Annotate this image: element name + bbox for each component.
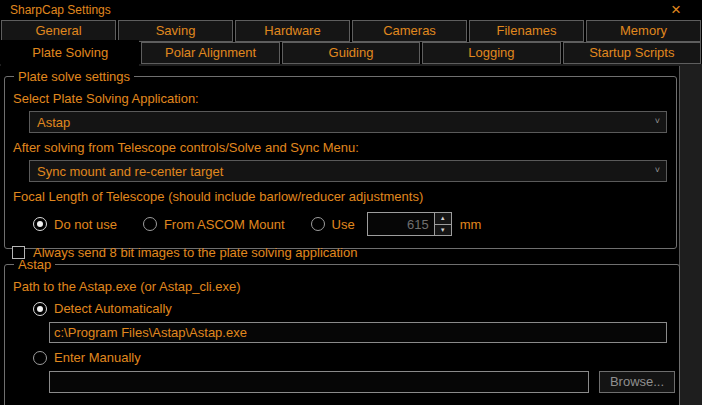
spin-up-icon[interactable]: ▲ [435, 213, 451, 225]
focal-length-options: Do not use From ASCOM Mount Use ▲ ▼ mm [33, 212, 672, 236]
group-title: Plate solve settings [14, 69, 134, 84]
tab-filenames[interactable]: Filenames [469, 20, 584, 42]
radio-do-not-use[interactable]: Do not use [33, 217, 117, 232]
app-select-label: Select Plate Solving Application: [13, 91, 672, 106]
radio-icon [33, 351, 47, 365]
window-title: SharpCap Settings [0, 3, 111, 17]
radio-from-ascom-mount[interactable]: From ASCOM Mount [143, 217, 285, 232]
tab-general[interactable]: General [1, 20, 116, 42]
radio-icon [33, 217, 47, 231]
spin-down-icon[interactable]: ▼ [435, 225, 451, 236]
radio-use[interactable]: Use [311, 217, 355, 232]
radio-icon [311, 217, 325, 231]
close-icon[interactable]: × [666, 0, 686, 20]
tab-row-2: Plate Solving Polar Alignment Guiding Lo… [0, 42, 702, 64]
tab-startup-scripts[interactable]: Startup Scripts [563, 42, 701, 64]
after-solving-dropdown[interactable]: Sync mount and re-center target ˅ [29, 160, 667, 182]
title-bar: SharpCap Settings × [0, 0, 702, 20]
tab-row-1: General Saving Hardware Cameras Filename… [0, 20, 702, 42]
tab-guiding[interactable]: Guiding [282, 42, 420, 64]
tab-plate-solving[interactable]: Plate Solving [1, 40, 139, 66]
plate-solving-app-dropdown[interactable]: Astap ˅ [29, 111, 667, 133]
astap-auto-path-input[interactable] [49, 322, 667, 343]
tab-saving[interactable]: Saving [118, 20, 233, 42]
tab-hardware[interactable]: Hardware [235, 20, 350, 42]
sharpcap-settings-window: SharpCap Settings × General Saving Hardw… [0, 0, 702, 405]
manual-path-row: Browse... [9, 371, 675, 393]
astap-manual-path-input[interactable] [49, 371, 589, 393]
chevron-down-icon: ˅ [655, 116, 660, 126]
after-solving-label: After solving from Telescope controls/So… [13, 140, 672, 155]
dropdown-value: Sync mount and re-center target [30, 164, 223, 179]
radio-label: Detect Automatically [54, 301, 172, 316]
tab-logging[interactable]: Logging [422, 42, 560, 64]
astap-path-label: Path to the Astap.exe (or Astap_cli.exe) [13, 279, 675, 294]
tab-memory[interactable]: Memory [586, 20, 701, 42]
focal-length-input[interactable] [367, 212, 435, 236]
radio-icon [143, 217, 157, 231]
focal-length-unit: mm [460, 217, 482, 232]
tab-cameras[interactable]: Cameras [352, 20, 467, 42]
radio-label: Do not use [54, 217, 117, 232]
plate-solving-panel: Plate solve settings Select Plate Solvin… [0, 66, 680, 405]
tab-polar-alignment[interactable]: Polar Alignment [141, 42, 279, 64]
plate-solve-settings-group: Plate solve settings Select Plate Solvin… [4, 69, 677, 249]
radio-label: Use [332, 217, 355, 232]
browse-button[interactable]: Browse... [599, 371, 675, 393]
group-title: Astap [14, 257, 55, 272]
dropdown-value: Astap [30, 115, 70, 130]
astap-group: Astap Path to the Astap.exe (or Astap_cl… [4, 257, 680, 405]
radio-icon [33, 302, 47, 316]
radio-label: From ASCOM Mount [164, 217, 285, 232]
chevron-down-icon: ˅ [655, 165, 660, 175]
radio-label: Enter Manually [54, 350, 141, 365]
radio-enter-manually[interactable]: Enter Manually [33, 350, 675, 365]
checkbox-label: Always send 8 bit images to the plate so… [33, 245, 357, 260]
settings-tabstrip: General Saving Hardware Cameras Filename… [0, 20, 702, 64]
focal-length-stepper: ▲ ▼ [435, 212, 452, 236]
focal-length-label: Focal Length of Telescope (should includ… [13, 189, 672, 204]
radio-detect-automatically[interactable]: Detect Automatically [33, 301, 675, 316]
